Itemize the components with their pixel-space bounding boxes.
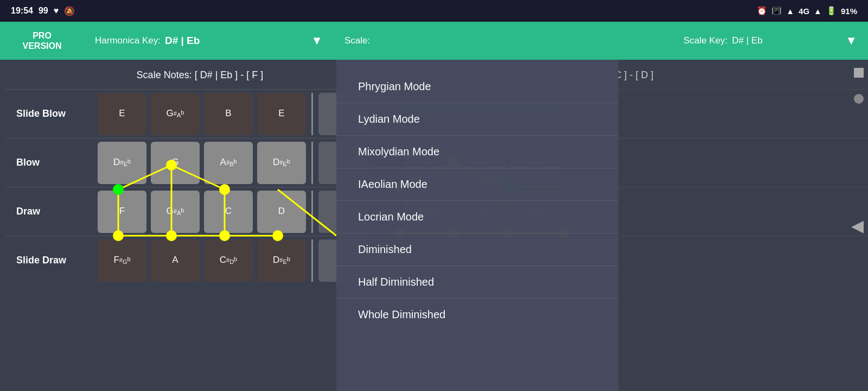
pro-version-button[interactable]: PROVERSION bbox=[0, 22, 84, 60]
cell-slide-draw-1: F#Gb bbox=[98, 239, 146, 282]
cell-draw-4: D bbox=[257, 191, 306, 233]
blow-row: Blow D#Eb G A#Bb D#Eb bbox=[5, 138, 367, 187]
dropdown-item-phrygian[interactable]: Phrygian Mode bbox=[336, 71, 618, 103]
header: PROVERSION Harmonica Key: D# | Eb ▼ Scal… bbox=[0, 22, 868, 60]
status-left: 19:54 99 ♥ 🔕 bbox=[11, 6, 75, 16]
status-right: ⏰ 📳 ▲ 4G ▲ 🔋 91% bbox=[757, 6, 857, 16]
dropdown-item-half-diminished[interactable]: Half Diminished bbox=[336, 266, 618, 299]
cell-slide-draw-2: A bbox=[151, 239, 200, 282]
blow-cells: D#Eb G A#Bb D#Eb bbox=[98, 142, 367, 184]
alarm-icon: ⏰ bbox=[757, 6, 767, 16]
cell-blow-1: D#Eb bbox=[98, 142, 146, 184]
dropdown-item-diminished[interactable]: Diminished bbox=[336, 234, 618, 266]
draw-row: Draw F G#Ab C D bbox=[5, 187, 367, 236]
scale-selector[interactable]: Scale: bbox=[334, 22, 673, 60]
battery-percent: 91% bbox=[841, 7, 857, 16]
notification-icon: 🔕 bbox=[64, 6, 75, 16]
main-content: Scale Notes: [ D# | Eb ] - [ F ] bbox=[0, 60, 868, 391]
draw-cells: F G#Ab C D bbox=[98, 191, 367, 233]
status-bar: 19:54 99 ♥ 🔕 ⏰ 📳 ▲ 4G ▲ 🔋 91% bbox=[0, 0, 868, 22]
harmonica-key-selector[interactable]: Harmonica Key: D# | Eb ▼ bbox=[84, 22, 334, 60]
cell-divider-draw bbox=[311, 191, 313, 233]
harmonica-key-value: D# | Eb bbox=[165, 35, 200, 47]
slide-blow-label: Slide Blow bbox=[5, 108, 98, 119]
cell-slide-draw-4: D#Eb bbox=[257, 239, 306, 282]
slide-draw-cells: F#Gb A C#Db D#Eb F bbox=[98, 239, 367, 282]
cell-blow-2: G bbox=[151, 142, 200, 184]
time: 19:54 bbox=[11, 6, 33, 16]
scale-notes-left: Scale Notes: [ D# | Eb ] - [ F ] bbox=[0, 65, 367, 89]
dropdown-item-aeolian[interactable]: IAeolian Mode bbox=[336, 168, 618, 201]
battery-level: 99 bbox=[39, 6, 48, 16]
scroll-circle bbox=[854, 94, 864, 104]
grid-rows-left: Slide Blow E G#Ab B E Blow D#Eb G A#Bb D… bbox=[0, 89, 367, 285]
cell-draw-3: C bbox=[204, 191, 253, 233]
pro-version-label: PROVERSION bbox=[22, 30, 61, 51]
blow-label: Blow bbox=[5, 157, 98, 168]
cell-slide-blow-3: B bbox=[204, 93, 253, 135]
battery-icon: 🔋 bbox=[826, 6, 837, 16]
draw-label: Draw bbox=[5, 206, 98, 217]
dropdown-item-whole-diminished[interactable]: Whole Diminished bbox=[336, 299, 618, 331]
cell-draw-1: F bbox=[98, 191, 146, 233]
slide-blow-cells: E G#Ab B E bbox=[98, 93, 367, 135]
wifi-icon: ▲ bbox=[786, 7, 794, 16]
cell-draw-2: G#Ab bbox=[151, 191, 200, 233]
scale-key-label: Scale Key: bbox=[684, 35, 727, 46]
scroll-rect bbox=[854, 68, 864, 78]
cell-divider-slide-draw bbox=[311, 239, 313, 282]
side-arrow[interactable]: ◀ bbox=[851, 216, 864, 235]
network-type: 4G bbox=[799, 7, 809, 16]
dropdown-item-lydian[interactable]: Lydian Mode bbox=[336, 103, 618, 136]
cell-slide-draw-3: C#Db bbox=[204, 239, 253, 282]
harmonica-key-dropdown-arrow[interactable]: ▼ bbox=[311, 34, 323, 48]
cell-divider-slide-blow bbox=[311, 93, 313, 135]
scale-key-dropdown-arrow[interactable]: ▼ bbox=[845, 34, 857, 48]
cell-slide-blow-4: E bbox=[257, 93, 306, 135]
cell-slide-blow-1: E bbox=[98, 93, 146, 135]
dropdown-item-mixolydian[interactable]: Mixolydian Mode bbox=[336, 136, 618, 168]
left-panel: Scale Notes: [ D# | Eb ] - [ F ] bbox=[0, 60, 367, 391]
scale-dropdown-menu[interactable]: Phrygian Mode Lydian Mode Mixolydian Mod… bbox=[336, 60, 618, 391]
scale-label: Scale: bbox=[344, 35, 370, 46]
heart-icon: ♥ bbox=[54, 6, 59, 16]
slide-draw-row: Slide Draw F#Gb A C#Db D#Eb F bbox=[5, 236, 367, 285]
dropdown-item-locrian[interactable]: Locrian Mode bbox=[336, 201, 618, 234]
scale-key-value: D# | Eb bbox=[732, 35, 762, 46]
harmonica-key-label: Harmonica Key: bbox=[95, 35, 161, 46]
vibrate-icon: 📳 bbox=[771, 6, 782, 16]
slide-blow-row: Slide Blow E G#Ab B E bbox=[5, 89, 367, 138]
slide-draw-label: Slide Draw bbox=[5, 255, 98, 266]
cell-slide-blow-2: G#Ab bbox=[151, 93, 200, 135]
scale-key-selector[interactable]: Scale Key: D# | Eb ▼ bbox=[673, 22, 868, 60]
cell-divider-blow bbox=[311, 142, 313, 184]
cell-blow-3: A#Bb bbox=[204, 142, 253, 184]
cell-blow-4: D#Eb bbox=[257, 142, 306, 184]
signal-icon: ▲ bbox=[814, 7, 822, 16]
